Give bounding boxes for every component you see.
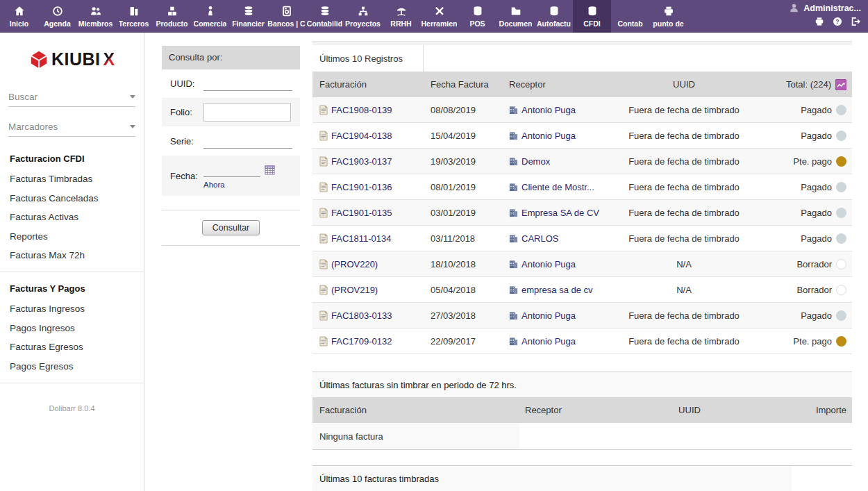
invoice-ref-link[interactable]: FAC1901-0136 [331, 182, 392, 192]
col-facturacion: Facturación [312, 79, 424, 90]
receptor-link[interactable]: Empresa SA de CV [521, 208, 599, 218]
main-content: Últimos 10 Registros Facturación Fecha F… [312, 33, 852, 491]
section-72hrs-header: Facturación Receptor UUID Importe [312, 397, 852, 423]
invoice-ref-link[interactable]: FAC1901-0135 [331, 208, 392, 218]
invoice-date: 08/01/2019 [424, 182, 503, 192]
status-dot [836, 156, 846, 167]
print-icon[interactable] [814, 16, 825, 27]
svg-text:?: ? [835, 18, 839, 25]
nav-item-financiera[interactable]: Financier [229, 0, 267, 33]
invoice-ref-link[interactable]: FAC1903-0137 [331, 156, 392, 167]
nav-item-contab[interactable]: Contab [611, 0, 649, 33]
uuid-input[interactable] [203, 76, 292, 91]
stats-icon[interactable] [835, 79, 846, 90]
top-nav: Inicio Agenda Miembros Terceros Producto… [0, 0, 868, 33]
divider [0, 272, 144, 272]
coins-icon [319, 4, 331, 17]
bookmarks-dropdown[interactable]: Marcadores [8, 117, 135, 137]
status-label: Pte. pago [793, 336, 832, 347]
user-menu[interactable]: Administrac... [789, 3, 861, 13]
sidebar-item-facturas-ingresos[interactable]: Facturas Ingresos [10, 303, 144, 314]
receptor-link[interactable]: Antonio Puga [521, 259, 576, 269]
tools-icon [433, 4, 446, 17]
empty-message: Ninguna factura [312, 423, 519, 449]
nav-item-cfdi[interactable]: CFDI [573, 0, 611, 33]
receptor-link[interactable]: empresa sa de cv [521, 285, 593, 295]
fecha-input[interactable] [203, 163, 260, 177]
sidebar-item-facturas-max-72h[interactable]: Facturas Max 72h [10, 250, 144, 260]
nav-item-rrhh[interactable]: RRHH [382, 0, 420, 33]
uuid-value: N/A [604, 259, 764, 269]
table-header: Facturación Fecha Factura Receptor UUID … [312, 72, 852, 97]
calendar-icon[interactable] [265, 165, 275, 175]
status-label: Pagado [801, 233, 832, 244]
document-icon [319, 285, 328, 295]
nav-item-pos[interactable]: POS [458, 0, 496, 33]
document-icon [319, 310, 328, 321]
nav-item-contabilidad[interactable]: Contabilid [306, 0, 344, 33]
menu-section-facturas-y-pagos: Facturas Y Pagos Facturas Ingresos Pagos… [0, 283, 144, 372]
status-dot [836, 131, 846, 141]
nav-item-inicio[interactable]: Inicio [0, 0, 38, 33]
nav-item-terceros[interactable]: Terceros [115, 0, 153, 33]
consultar-button[interactable]: Consultar [202, 220, 260, 235]
invoice-ref-link[interactable]: FAC1803-0133 [331, 310, 392, 321]
status-label: Pagado [801, 208, 832, 218]
search-dropdown[interactable]: Buscar [8, 88, 135, 107]
serie-input[interactable] [203, 134, 292, 149]
section-timbradas: Últimas 10 facturas timbradas [312, 465, 852, 491]
kiubix-logo[interactable]: KIUBIX [0, 49, 144, 69]
receptor-link[interactable]: Antonio Puga [521, 131, 576, 141]
company-icon [509, 234, 518, 243]
company-icon [509, 260, 518, 269]
nav-item-documentos[interactable]: Documen [496, 0, 535, 33]
nav-item-agenda[interactable]: Agenda [38, 0, 76, 33]
receptor-link[interactable]: Antonio Puga [521, 310, 576, 321]
uuid-value: Fuera de fecha de timbrado [604, 182, 764, 192]
invoice-ref-link[interactable]: FAC1904-0138 [331, 131, 392, 141]
nav-item-proyectos[interactable]: Proyectos [344, 0, 382, 33]
nav-item-punto-de-venta[interactable]: punto de [649, 0, 687, 33]
nav-item-productos[interactable]: Producto [153, 0, 191, 33]
chevron-down-icon [130, 95, 135, 99]
receptor-link[interactable]: Antonio Puga [521, 336, 576, 347]
person-icon [204, 4, 217, 17]
sidebar-item-facturas-egresos[interactable]: Facturas Egresos [10, 342, 144, 352]
nav-item-miembros[interactable]: Miembros [76, 0, 115, 33]
status-dot [836, 259, 846, 269]
invoice-ref-link[interactable]: (PROV220) [331, 259, 378, 269]
nav-item-autofactura[interactable]: Autofactu [535, 0, 573, 33]
status-dot [836, 105, 846, 115]
folio-input[interactable] [203, 103, 291, 122]
help-icon[interactable]: ? [832, 16, 843, 27]
receptor-link[interactable]: Antonio Puga [521, 105, 576, 115]
sidebar-item-facturas-activas[interactable]: Facturas Activas [10, 212, 144, 222]
sidebar-item-facturas-canceladas[interactable]: Facturas Canceladas [10, 193, 144, 203]
logout-icon[interactable] [850, 16, 861, 27]
document-icon [319, 156, 328, 167]
sidebar-item-pagos-egresos[interactable]: Pagos Egresos [10, 361, 144, 372]
invoice-ref-link[interactable]: FAC1709-0132 [331, 336, 392, 347]
logo-cube-icon [29, 50, 49, 69]
uuid-value: N/A [604, 285, 764, 295]
receptor-link[interactable]: Cliente de Mostr... [521, 182, 594, 192]
status-label: Pagado [801, 310, 832, 321]
nav-item-bancos[interactable]: Bancos | C [267, 0, 306, 33]
invoice-ref-link[interactable]: FAC1908-0139 [331, 105, 392, 115]
receptor-link[interactable]: Demox [521, 156, 550, 167]
nav-item-herramientas[interactable]: Herramien [420, 0, 458, 33]
receptor-link[interactable]: CARLOS [521, 233, 558, 244]
invoice-ref-link[interactable]: (PROV219) [331, 285, 378, 295]
umbrella-icon [395, 4, 408, 17]
invoice-ref-link[interactable]: FAC1811-0134 [331, 233, 392, 244]
invoice-date: 18/10/2018 [424, 259, 503, 269]
sidebar-item-pagos-ingresos[interactable]: Pagos Ingresos [10, 323, 144, 333]
boxes-icon [166, 4, 178, 17]
now-link[interactable]: Ahora [203, 181, 275, 189]
table-row: FAC1803-0133 27/03/2018 Antonio Puga Fue… [312, 303, 852, 328]
sidebar-item-reportes[interactable]: Reportes [10, 231, 144, 242]
invoice-date: 19/03/2019 [424, 156, 503, 167]
sidebar-item-facturas-timbradas[interactable]: Facturas Timbradas [10, 174, 144, 184]
serie-row: Serie: [162, 126, 300, 156]
nav-item-comercial[interactable]: Comercia [191, 0, 229, 33]
